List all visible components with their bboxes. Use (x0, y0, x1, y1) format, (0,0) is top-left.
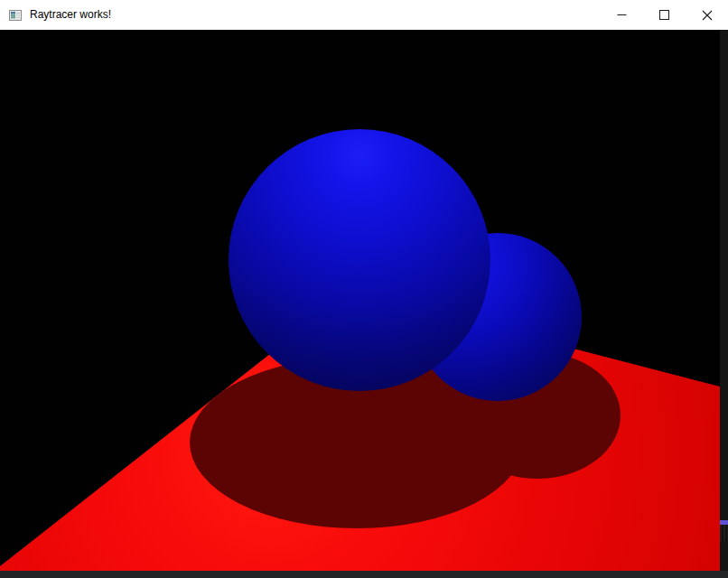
maximize-icon (659, 10, 669, 20)
minimize-button[interactable] (601, 0, 643, 30)
large-blue-sphere (229, 129, 490, 391)
app-icon (8, 8, 23, 23)
window-title: Raytracer works! (30, 0, 111, 30)
render-artifact-noise (720, 525, 728, 541)
raytracer-viewport (0, 30, 720, 571)
close-button[interactable] (686, 0, 728, 30)
minimize-icon (617, 10, 627, 20)
close-icon (702, 10, 713, 21)
window-controls (601, 0, 728, 30)
app-window: Raytracer works! (0, 0, 728, 578)
titlebar: Raytracer works! (0, 0, 728, 30)
window-edge-right (720, 30, 728, 571)
default-app-icon (8, 8, 23, 23)
window-edge-bottom (0, 571, 728, 578)
maximize-button[interactable] (643, 0, 686, 30)
